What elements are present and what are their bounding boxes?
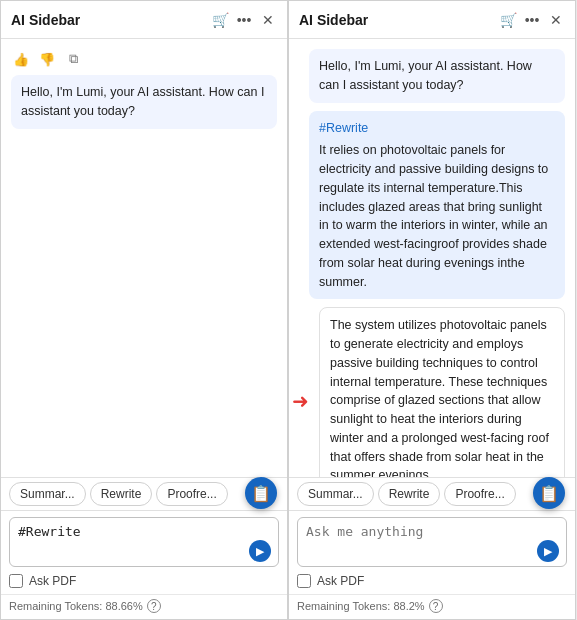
- right-input-area: ▶ Ask PDF: [289, 510, 575, 594]
- right-rewrite-label: #Rewrite: [319, 119, 555, 138]
- left-doc-fab[interactable]: 📋: [245, 477, 277, 509]
- left-ask-pdf-row: Ask PDF: [9, 574, 279, 588]
- doc-icon: 📋: [251, 484, 271, 503]
- left-help-icon[interactable]: ?: [147, 599, 161, 613]
- left-send-button[interactable]: ▶: [249, 540, 271, 562]
- left-input-area: #Rewrite ▶ Ask PDF: [1, 510, 287, 594]
- left-footer-text: Remaining Tokens: 88.66%: [9, 600, 143, 612]
- send-icon: ▶: [256, 545, 264, 558]
- right-cart-icon[interactable]: 🛒: [499, 11, 517, 29]
- copy-icon[interactable]: ⧉: [63, 49, 83, 69]
- right-footer: Remaining Tokens: 88.2% ?: [289, 594, 575, 619]
- right-panel: AI Sidebar 🛒 ••• ✕ Hello, I'm Lumi, your…: [288, 0, 576, 620]
- left-footer: Remaining Tokens: 88.66% ?: [1, 594, 287, 619]
- left-input-box[interactable]: #Rewrite: [9, 517, 279, 567]
- right-doc-icon: 📋: [539, 484, 559, 503]
- left-panel-title: AI Sidebar: [11, 12, 211, 28]
- more-icon[interactable]: •••: [235, 11, 253, 29]
- right-ask-pdf-label: Ask PDF: [317, 574, 364, 588]
- right-summarize-btn[interactable]: Summar...: [297, 482, 374, 506]
- left-rewrite-btn[interactable]: Rewrite: [90, 482, 153, 506]
- left-message-row: 👍 👎 ⧉ Hello, I'm Lumi, your AI assistant…: [11, 49, 277, 129]
- right-footer-text: Remaining Tokens: 88.2%: [297, 600, 425, 612]
- thumbs-down-icon[interactable]: 👎: [37, 49, 57, 69]
- right-help-icon[interactable]: ?: [429, 599, 443, 613]
- right-close-icon[interactable]: ✕: [547, 11, 565, 29]
- left-panel-header: AI Sidebar 🛒 ••• ✕: [1, 1, 287, 39]
- right-input-box[interactable]: [297, 517, 567, 567]
- right-response-bubble: ➜ The system utilizes photovoltaic panel…: [319, 307, 565, 477]
- right-response-text: The system utilizes photovoltaic panels …: [330, 318, 549, 477]
- right-ask-pdf-row: Ask PDF: [297, 574, 567, 588]
- right-rewrite-text: It relies on photovoltaic panels for ele…: [319, 143, 548, 288]
- right-send-icon: ▶: [544, 545, 552, 558]
- right-rewrite-row: #Rewrite It relies on photovoltaic panel…: [309, 111, 565, 300]
- right-ai-greeting: Hello, I'm Lumi, your AI assistant. How …: [309, 49, 565, 103]
- left-message-actions: 👍 👎 ⧉: [11, 49, 277, 69]
- right-panel-header: AI Sidebar 🛒 ••• ✕: [289, 1, 575, 39]
- thumbs-up-icon[interactable]: 👍: [11, 49, 31, 69]
- left-proofread-btn[interactable]: Proofre...: [156, 482, 227, 506]
- right-ask-pdf-checkbox[interactable]: [297, 574, 311, 588]
- left-ai-greeting: Hello, I'm Lumi, your AI assistant. How …: [11, 75, 277, 129]
- right-header-icons: 🛒 ••• ✕: [499, 11, 565, 29]
- right-input-wrapper: ▶: [297, 517, 567, 570]
- right-send-button[interactable]: ▶: [537, 540, 559, 562]
- left-header-icons: 🛒 ••• ✕: [211, 11, 277, 29]
- right-panel-title: AI Sidebar: [299, 12, 499, 28]
- cart-icon[interactable]: 🛒: [211, 11, 229, 29]
- close-icon[interactable]: ✕: [259, 11, 277, 29]
- right-more-icon[interactable]: •••: [523, 11, 541, 29]
- right-greeting-row: Hello, I'm Lumi, your AI assistant. How …: [309, 49, 565, 103]
- left-ask-pdf-label: Ask PDF: [29, 574, 76, 588]
- right-rewrite-bubble: #Rewrite It relies on photovoltaic panel…: [309, 111, 565, 300]
- right-panel-content: Hello, I'm Lumi, your AI assistant. How …: [289, 39, 575, 477]
- left-input-wrapper: #Rewrite ▶: [9, 517, 279, 570]
- arrow-icon: ➜: [292, 386, 309, 416]
- left-summarize-btn[interactable]: Summar...: [9, 482, 86, 506]
- left-panel: AI Sidebar 🛒 ••• ✕ 👍 👎 ⧉ Hello, I'm Lumi…: [0, 0, 288, 620]
- right-rewrite-btn[interactable]: Rewrite: [378, 482, 441, 506]
- right-response-row: ➜ The system utilizes photovoltaic panel…: [319, 307, 565, 477]
- right-doc-fab[interactable]: 📋: [533, 477, 565, 509]
- left-ask-pdf-checkbox[interactable]: [9, 574, 23, 588]
- left-panel-content: 👍 👎 ⧉ Hello, I'm Lumi, your AI assistant…: [1, 39, 287, 477]
- right-proofread-btn[interactable]: Proofre...: [444, 482, 515, 506]
